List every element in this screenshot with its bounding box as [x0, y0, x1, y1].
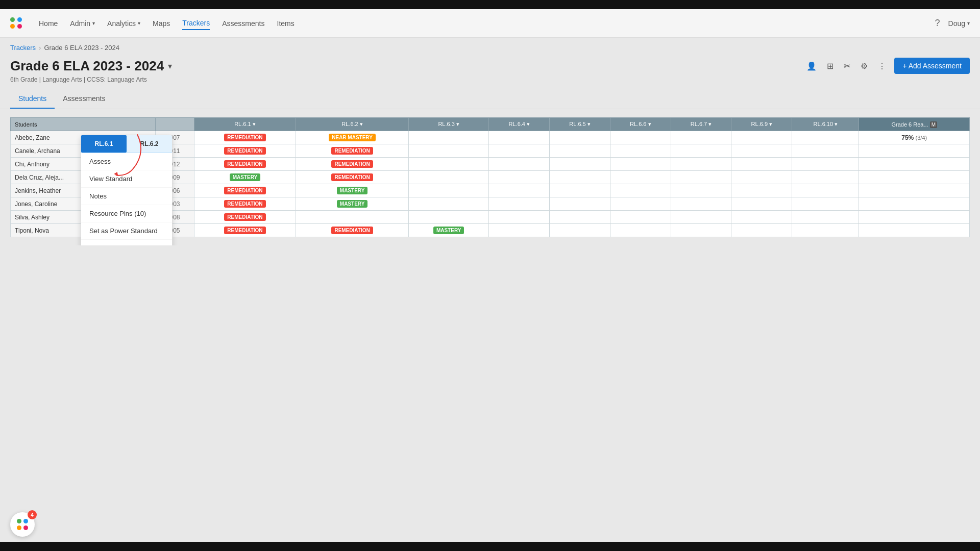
context-menu-assess[interactable]: Assess [81, 153, 172, 170]
logo-dot-3 [10, 24, 15, 29]
cell-empty [792, 131, 859, 144]
col-header-rl610[interactable]: RL.6.10 ▾ [792, 118, 859, 131]
breadcrumb-separator: › [39, 44, 41, 52]
cell-remediation[interactable]: REMEDIATION [296, 158, 409, 171]
cell-remediation[interactable]: REMEDIATION [194, 197, 296, 211]
page-title-chevron-icon[interactable]: ▾ [168, 61, 172, 71]
cell-empty [792, 224, 859, 237]
cell-summary: 75% (3/4) [859, 131, 970, 144]
col-header-rl67[interactable]: RL.6.7 ▾ [671, 118, 731, 131]
nav-trackers[interactable]: Trackers [182, 17, 210, 30]
cell-empty [550, 211, 610, 224]
page-header: Grade 6 ELA 2023 - 2024 ▾ 👤 ⊞ ✂ ⚙ ⋮ + Ad… [0, 52, 980, 76]
cell-remediation[interactable]: REMEDIATION [194, 211, 296, 224]
context-menu-tab-rl61[interactable]: RL.6.1 [81, 135, 127, 153]
expand-icon: ▾ [769, 121, 772, 127]
person-icon-button[interactable]: 👤 [804, 59, 819, 73]
cell-mastery[interactable]: MASTERY [296, 197, 409, 211]
context-menu-resource-pins[interactable]: Resource Pins (10) [81, 205, 172, 222]
col-header-id [156, 118, 194, 131]
page-title-row: Grade 6 ELA 2023 - 2024 ▾ [10, 58, 172, 74]
cell-empty [731, 158, 792, 171]
col-header-rl64[interactable]: RL.6.4 ▾ [489, 118, 550, 131]
cell-remediation[interactable]: REMEDIATION [194, 184, 296, 197]
cell-empty [489, 211, 550, 224]
cell-remediation[interactable]: REMEDIATION [194, 144, 296, 158]
help-icon[interactable]: ? [935, 18, 940, 29]
tab-students[interactable]: Students [10, 89, 55, 109]
col-header-rl61[interactable]: RL.6.1 ▾ [194, 118, 296, 131]
settings-icon-button[interactable]: ⚙ [859, 59, 870, 73]
cell-empty [731, 131, 792, 144]
cell-empty [489, 131, 550, 144]
expand-icon: ▾ [587, 121, 591, 127]
nav-admin[interactable]: Admin ▾ [70, 17, 95, 30]
layout-icon-button[interactable]: ⊞ [825, 59, 836, 73]
cell-remediation[interactable]: REMEDIATION [296, 171, 409, 184]
col-header-rl63[interactable]: RL.6.3 ▾ [408, 118, 488, 131]
cell-mastery[interactable]: MASTERY [296, 184, 409, 197]
cell-remediation[interactable]: REMEDIATION [194, 158, 296, 171]
expand-icon: ▾ [648, 121, 651, 127]
cell-remediation[interactable]: REMEDIATION [296, 224, 409, 237]
cell-empty [671, 158, 731, 171]
expand-icon: ▾ [360, 121, 363, 127]
top-bar [0, 0, 980, 9]
cell-empty [489, 144, 550, 158]
col-header-rl65[interactable]: RL.6.5 ▾ [550, 118, 610, 131]
user-menu[interactable]: Doug ▾ [948, 19, 970, 28]
tab-assessments[interactable]: Assessments [55, 89, 113, 109]
page-title: Grade 6 ELA 2023 - 2024 [10, 58, 164, 74]
col-header-rl62[interactable]: RL.6.2 ▾ [296, 118, 409, 131]
nav-home[interactable]: Home [39, 17, 58, 30]
context-menu-header: RL.6.1 RL.6.2 [81, 135, 172, 153]
cell-empty [550, 197, 610, 211]
cell-empty [550, 184, 610, 197]
cell-mastery[interactable]: MASTERY [194, 171, 296, 184]
cell-empty [859, 144, 970, 158]
cell-empty [550, 131, 610, 144]
cell-remediation[interactable]: REMEDIATION [296, 144, 409, 158]
scissors-icon-button[interactable]: ✂ [842, 59, 852, 73]
header-actions: 👤 ⊞ ✂ ⚙ ⋮ + Add Assessment [804, 58, 970, 74]
cell-empty [859, 158, 970, 171]
cell-empty [550, 171, 610, 184]
cell-empty [731, 211, 792, 224]
breadcrumb-parent[interactable]: Trackers [10, 44, 36, 52]
context-menu-set-power-standard[interactable]: Set as Power Standard [81, 222, 172, 240]
context-menu-calendar[interactable]: Calendar [81, 240, 172, 245]
cell-empty [792, 144, 859, 158]
cell-empty [610, 184, 671, 197]
context-menu-view-standard[interactable]: View Standard [81, 170, 172, 188]
cell-empty [671, 131, 731, 144]
cell-empty [671, 224, 731, 237]
cell-empty [731, 171, 792, 184]
cell-empty [489, 184, 550, 197]
cell-empty [610, 171, 671, 184]
col-header-rl66[interactable]: RL.6.6 ▾ [610, 118, 671, 131]
context-menu-notes[interactable]: Notes [81, 188, 172, 205]
nav-assessments[interactable]: Assessments [222, 17, 264, 30]
cell-empty [671, 144, 731, 158]
nav-items[interactable]: Items [277, 17, 295, 30]
cell-empty [408, 171, 488, 184]
add-assessment-button[interactable]: + Add Assessment [894, 58, 970, 74]
cell-empty [859, 184, 970, 197]
cell-empty [610, 197, 671, 211]
cell-empty [610, 211, 671, 224]
context-menu-tab-rl62[interactable]: RL.6.2 [127, 135, 172, 153]
nav-maps[interactable]: Maps [153, 17, 170, 30]
cell-empty [859, 171, 970, 184]
cell-empty [408, 211, 488, 224]
more-options-button[interactable]: ⋮ [876, 59, 888, 73]
cell-remediation[interactable]: REMEDIATION [194, 224, 296, 237]
cell-near-mastery[interactable]: NEAR MASTERY [296, 131, 409, 144]
main-content: Students RL.6.1 ▾ RL.6.2 ▾ RL.6.3 ▾ RL.6… [0, 109, 980, 245]
cell-mastery[interactable]: MASTERY [408, 224, 488, 237]
col-header-rl69[interactable]: RL.6.9 ▾ [731, 118, 792, 131]
logo[interactable] [10, 17, 22, 30]
cell-remediation[interactable]: REMEDIATION [194, 131, 296, 144]
cell-empty [671, 171, 731, 184]
nav-analytics[interactable]: Analytics ▾ [107, 17, 140, 30]
analytics-chevron-icon: ▾ [138, 20, 140, 26]
